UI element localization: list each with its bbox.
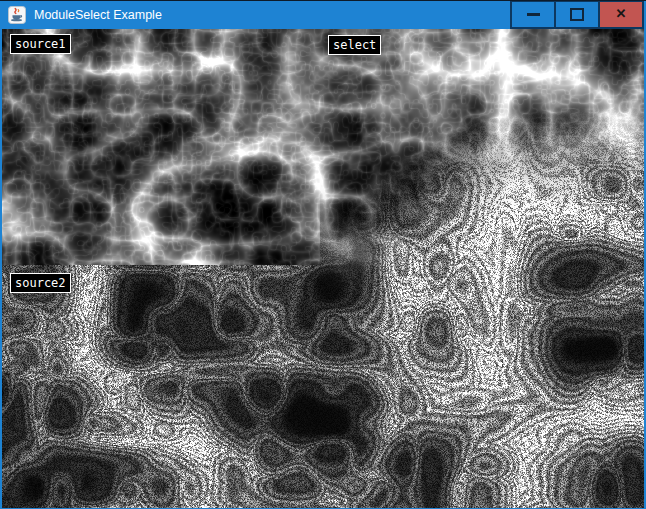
- render-area: [2, 29, 644, 508]
- titlebar[interactable]: ModuleSelect Example ✕: [0, 1, 646, 29]
- window-title: ModuleSelect Example: [34, 8, 512, 22]
- minimize-icon: [527, 13, 540, 16]
- close-icon: ✕: [616, 7, 627, 20]
- maximize-icon: [570, 8, 584, 21]
- close-button[interactable]: ✕: [598, 1, 644, 29]
- noise-canvas: [2, 29, 644, 508]
- minimize-button[interactable]: [510, 1, 556, 29]
- window-controls: ✕: [512, 1, 644, 29]
- label-source2: source2: [10, 273, 71, 293]
- java-coffee-cup-icon: [8, 6, 26, 24]
- app-window: ModuleSelect Example ✕ source1 select so…: [0, 0, 646, 509]
- label-source1: source1: [10, 34, 71, 54]
- maximize-button[interactable]: [554, 1, 600, 29]
- label-select: select: [328, 35, 381, 55]
